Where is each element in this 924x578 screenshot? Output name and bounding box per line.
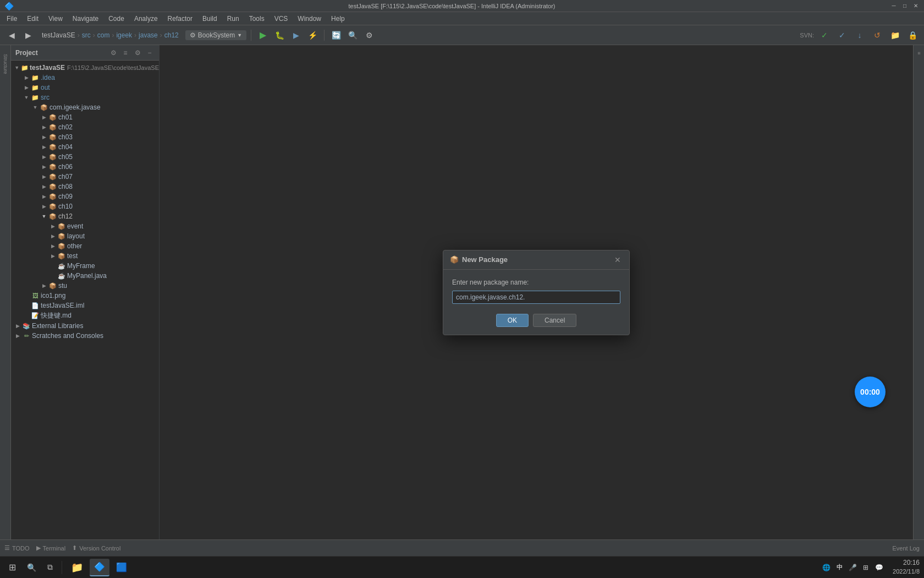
sougou-icon[interactable]: 中 [834, 563, 844, 572]
menu-build[interactable]: Build [198, 14, 222, 24]
taskbar-search-button[interactable]: 🔍 [23, 559, 41, 576]
tree-item-ch02[interactable]: ▶ 📦 ch02 [11, 122, 159, 132]
taskbar-intellij-button[interactable]: 🔷 [90, 559, 109, 576]
run-config-icon: ⚙ [190, 31, 196, 39]
tree-item-ch09[interactable]: ▶ 📦 ch09 [11, 192, 159, 201]
coverage-button[interactable]: ▶ [289, 28, 303, 42]
dialog-cancel-button[interactable]: Cancel [533, 314, 576, 327]
package-name-input[interactable] [452, 291, 620, 304]
svn-lock-button[interactable]: 🔒 [905, 28, 920, 42]
tree-item-ch07[interactable]: ▶ 📦 ch07 [11, 172, 159, 182]
tree-item-mypanel[interactable]: ▶ ☕ MyPanel.java [11, 271, 159, 281]
svn-browse-button[interactable]: 📁 [888, 28, 902, 42]
run-button[interactable]: ▶ [256, 28, 270, 42]
debug-button[interactable]: 🐛 [272, 28, 287, 42]
panel-minimize-button[interactable]: − [145, 48, 155, 58]
taskbar-explorer-button[interactable]: 📁 [67, 559, 87, 576]
forward-button[interactable]: ▶ [21, 28, 35, 42]
todo-icon: ☰ [4, 544, 10, 552]
event-log-button[interactable]: Event Log [892, 545, 920, 552]
panel-settings-button[interactable]: ⚙ [108, 48, 118, 58]
menu-analyze[interactable]: Analyze [130, 14, 162, 24]
tree-item-ch12[interactable]: ▼ 📦 ch12 [11, 211, 159, 221]
menu-code[interactable]: Code [104, 14, 129, 24]
svn-update-button[interactable]: ↓ [853, 28, 867, 42]
breadcrumb-com[interactable]: com [97, 31, 110, 39]
svn-check-button[interactable]: ✓ [835, 28, 849, 42]
close-button[interactable]: ✕ [912, 2, 920, 10]
breadcrumb-ch12[interactable]: ch12 [164, 31, 179, 39]
tree-root[interactable]: ▼ 📁 testJavaSE F:\115\2.JavaSE\code\test… [11, 63, 159, 73]
menu-view[interactable]: View [44, 14, 67, 24]
svn-commit-button[interactable]: ✓ [817, 28, 832, 42]
tree-item-ico1[interactable]: ▶ 🖼 ico1.png [11, 291, 159, 301]
left-tab-structure[interactable]: Structure [1, 47, 10, 80]
menu-window[interactable]: Window [293, 14, 326, 24]
tree-item-other[interactable]: ▶ 📦 other [11, 241, 159, 251]
menu-help[interactable]: Help [327, 14, 349, 24]
taskbar-start-button[interactable]: ⊞ [4, 559, 20, 576]
tree-item-md[interactable]: ▶ 📝 快捷键.md [11, 310, 159, 321]
terminal-button[interactable]: ▶ Terminal [36, 544, 66, 552]
package-icon: 📦 [48, 162, 57, 171]
version-control-button[interactable]: ⬆ Version Control [72, 544, 120, 552]
search-everywhere-button[interactable]: 🔍 [345, 28, 360, 42]
tree-item-ch03[interactable]: ▶ 📦 ch03 [11, 132, 159, 142]
panel-layout-button[interactable]: ≡ [120, 48, 130, 58]
profile-button[interactable]: ⚡ [305, 28, 320, 42]
tree-item-external-libraries[interactable]: ▶ 📚 External Libraries [11, 321, 159, 331]
tree-item-src[interactable]: ▼ 📁 src [11, 92, 159, 102]
tree-item-stu[interactable]: ▶ 📦 stu [11, 281, 159, 291]
taskbar-app2-button[interactable]: 🟦 [112, 559, 131, 576]
breadcrumb-igeek[interactable]: igeek [116, 31, 132, 39]
back-button[interactable]: ◀ [4, 28, 19, 42]
tree-item-ch01[interactable]: ▶ 📦 ch01 [11, 112, 159, 122]
panel-gear-button[interactable]: ⚙ [133, 48, 142, 58]
input-icon[interactable]: 🌐 [821, 563, 831, 572]
minimize-button[interactable]: ─ [890, 2, 898, 10]
tree-ch10-label: ch10 [58, 203, 73, 210]
run-config[interactable]: ⚙ BookSystem ▼ [185, 30, 246, 40]
taskbar-taskview-button[interactable]: ⧉ [43, 559, 57, 576]
sync-button[interactable]: 🔄 [329, 28, 343, 42]
menu-file[interactable]: File [2, 14, 21, 24]
tree-item-layout[interactable]: ▶ 📦 layout [11, 231, 159, 241]
tree-item-ch05[interactable]: ▶ 📦 ch05 [11, 152, 159, 162]
taskbar-clock[interactable]: 20:16 2022/11/8 [893, 558, 920, 576]
breadcrumb-javase[interactable]: javase [139, 31, 158, 39]
menu-edit[interactable]: Edit [23, 14, 43, 24]
tree-item-out[interactable]: ▶ 📁 out [11, 83, 159, 92]
breadcrumb-src[interactable]: src [82, 31, 91, 39]
right-tab-notifications[interactable]: ≡ [916, 52, 922, 54]
tree-item-scratches[interactable]: ▶ ✏ Scratches and Consoles [11, 331, 159, 341]
tree-item-package-root[interactable]: ▼ 📦 com.igeek.javase [11, 102, 159, 112]
tree-item-test[interactable]: ▶ 📦 test [11, 251, 159, 261]
tree-item-ch06[interactable]: ▶ 📦 ch06 [11, 162, 159, 172]
tree-item-ch08[interactable]: ▶ 📦 ch08 [11, 182, 159, 192]
tree-item-ch04[interactable]: ▶ 📦 ch04 [11, 142, 159, 152]
tree-item-ch10[interactable]: ▶ 📦 ch10 [11, 201, 159, 211]
tree-item-iml[interactable]: ▶ 📄 testJavaSE.iml [11, 301, 159, 310]
settings-button[interactable]: ⚙ [362, 28, 376, 42]
tree-item-idea[interactable]: ▶ 📁 .idea [11, 73, 159, 83]
menu-tools[interactable]: Tools [245, 14, 269, 24]
status-right: Event Log [892, 545, 920, 552]
menu-vcs[interactable]: VCS [270, 14, 293, 24]
breadcrumb-testjavase[interactable]: testJavaSE [42, 31, 75, 39]
tree-item-event[interactable]: ▶ 📦 event [11, 221, 159, 231]
menu-run[interactable]: Run [223, 14, 244, 24]
todo-button[interactable]: ☰ TODO [4, 544, 30, 552]
chat2-icon[interactable]: 💬 [874, 563, 884, 572]
maximize-button[interactable]: □ [901, 2, 909, 10]
grid2-icon[interactable]: ⊞ [861, 563, 871, 572]
panel-actions: ⚙ ≡ ⚙ − [108, 48, 155, 58]
tree-item-myframe[interactable]: ▶ ☕ MyFrame [11, 261, 159, 271]
dialog-ok-button[interactable]: OK [496, 314, 529, 327]
menu-navigate[interactable]: Navigate [68, 14, 103, 24]
terminal-icon: ▶ [36, 544, 41, 552]
tree-myframe-label: MyFrame [67, 262, 95, 270]
dialog-close-button[interactable]: ✕ [613, 255, 623, 265]
svn-revert-button[interactable]: ↺ [870, 28, 884, 42]
mic-icon[interactable]: 🎤 [848, 563, 857, 572]
menu-refactor[interactable]: Refactor [163, 14, 197, 24]
